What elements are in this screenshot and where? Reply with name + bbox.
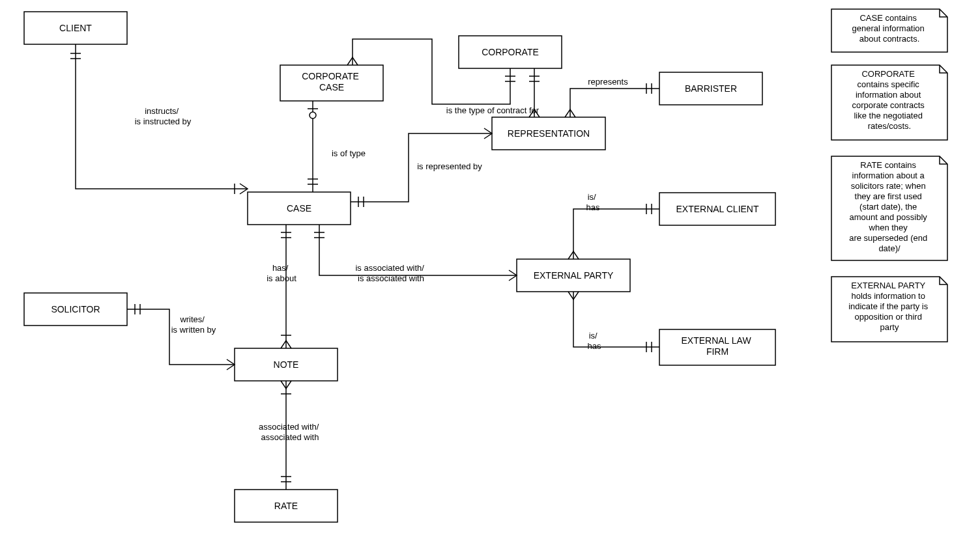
svg-text:writes/
      is written by: writes/ is written by [171, 314, 216, 335]
svg-text:is the type of contract for: is the type of contract for [446, 105, 540, 115]
svg-text:REPRESENTATION: REPRESENTATION [508, 128, 590, 139]
svg-text:is represented by: is represented by [417, 161, 482, 171]
entity-external-law-firm: EXTERNAL LAW FIRM [659, 329, 775, 365]
svg-text:is/
      has: is/ has [586, 192, 600, 212]
rel-note-rate: associated with/ associated with [259, 381, 321, 490]
svg-text:associated with/
      associa: associated with/ associated with [259, 422, 321, 442]
rel-extparty-extlawfirm: is/ has [568, 292, 659, 352]
svg-text:EXTERNAL PARTY: EXTERNAL PARTY [534, 270, 614, 281]
svg-text:CASE contains
      general in: CASE contains general information about … [852, 13, 927, 44]
rel-case-externalparty: is associated with/ is associated with [314, 225, 517, 283]
rel-representation-barrister: represents [565, 77, 659, 117]
svg-text:CASE: CASE [287, 203, 311, 214]
note-external-party: EXTERNAL PARTY holds information to indi… [831, 277, 947, 342]
svg-text:instructs/
      is instructed: instructs/ is instructed by [135, 106, 192, 126]
rel-case-representation: is represented by [351, 128, 492, 207]
entity-external-party: EXTERNAL PARTY [517, 259, 630, 292]
svg-text:has/
      is about: has/ is about [267, 263, 296, 283]
svg-text:EXTERNAL CLIENT: EXTERNAL CLIENT [676, 204, 759, 214]
er-diagram: CLIENT CORPORATE CASE CORPORATE BARRISTE… [0, 0, 980, 541]
entity-representation: REPRESENTATION [492, 117, 605, 150]
svg-text:CORPORATE: CORPORATE [482, 47, 539, 57]
svg-text:RATE contains
      informatio: RATE contains information about a solici… [849, 160, 930, 253]
entity-rate: RATE [235, 490, 338, 522]
svg-text:RATE: RATE [274, 501, 298, 511]
svg-text:BARRISTER: BARRISTER [685, 83, 737, 94]
svg-text:is of type: is of type [332, 148, 366, 158]
rel-extparty-extclient: is/ has [568, 192, 659, 259]
note-corporate: CORPORATE contains specific information … [831, 65, 947, 140]
svg-text:NOTE: NOTE [274, 359, 299, 370]
svg-text:is associated with/
      is a: is associated with/ is associated with [355, 263, 426, 283]
svg-text:represents: represents [588, 77, 628, 87]
entity-solicitor: SOLICITOR [24, 293, 127, 326]
svg-text:SOLICITOR: SOLICITOR [51, 304, 100, 314]
entity-barrister: BARRISTER [659, 72, 762, 105]
note-rate: RATE contains information about a solici… [831, 156, 947, 260]
svg-text:CLIENT: CLIENT [59, 23, 92, 33]
entity-corporate-case: CORPORATE CASE [280, 65, 383, 101]
note-case: CASE contains general information about … [831, 9, 947, 52]
entity-corporate: CORPORATE [459, 36, 562, 68]
rel-case-corpcase: is of type [308, 101, 366, 192]
entity-case: CASE [248, 192, 351, 225]
entity-external-client: EXTERNAL CLIENT [659, 193, 775, 225]
rel-case-note: has/ is about [267, 225, 296, 348]
rel-solicitor-note: writes/ is written by [127, 304, 235, 370]
entity-note: NOTE [235, 348, 338, 381]
entity-client: CLIENT [24, 12, 127, 44]
rel-client-case: instructs/ is instructed by [70, 44, 248, 194]
svg-point-29 [310, 112, 316, 118]
svg-text:is/
      has: is/ has [588, 331, 601, 351]
